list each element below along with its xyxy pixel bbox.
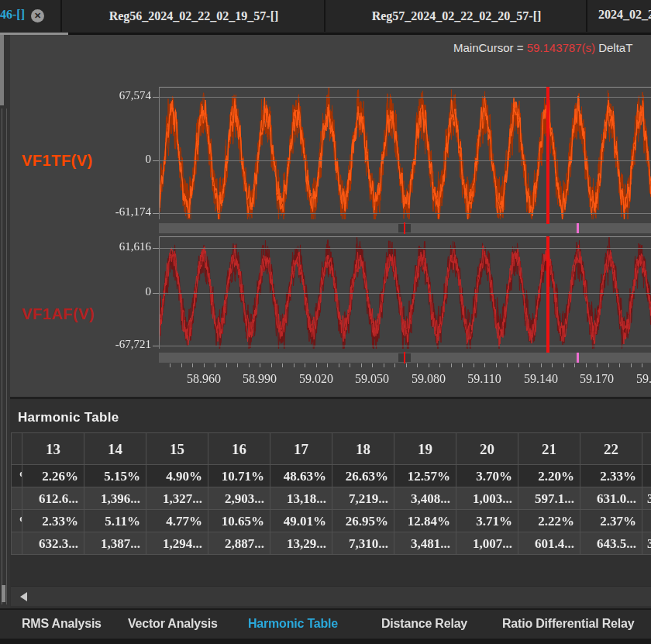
tab-reg46[interactable]: 46-[] ✕ xyxy=(0,0,60,32)
table-cell: 3,481... xyxy=(394,532,456,555)
main-cursor-readout: MainCursor = 59.143787(s) DeltaT xyxy=(453,41,632,54)
window-bottom-edge xyxy=(0,639,651,644)
harmonic-table-title: Harmonic Table xyxy=(18,410,119,425)
table-cell: 3,408... xyxy=(394,487,456,510)
tab-ratio-differential-relay[interactable]: Ratio Differential Relay xyxy=(502,617,634,631)
table-cell: 1,327... xyxy=(146,487,208,510)
table-cell: 2.37% xyxy=(580,510,642,532)
table-header-17[interactable]: 17 xyxy=(270,432,332,465)
table-cell: 13,29... xyxy=(270,532,332,555)
left-splitter-gutter[interactable] xyxy=(0,35,11,639)
table-cell: 643.5... xyxy=(580,532,642,555)
table-cell: 12.57% xyxy=(394,465,456,487)
waveform-plot-vf1af[interactable] xyxy=(159,236,651,349)
table-horizontal-scrollbar[interactable] xyxy=(11,586,651,606)
channel-label-vf1af: VF1AF(V) xyxy=(22,305,95,323)
channel-label-vf1tf: VF1TF(V) xyxy=(22,152,93,170)
table-cell: 2.33% xyxy=(580,465,642,487)
tab-distance-relay[interactable]: Distance Relay xyxy=(381,617,467,631)
table-cell: 7,219... xyxy=(332,487,394,510)
cursor-readout-prefix: MainCursor = xyxy=(453,41,527,54)
splitter-line xyxy=(2,108,2,604)
scroll-left-arrow-icon[interactable] xyxy=(20,592,27,601)
table-cell: 26.63% xyxy=(332,465,394,487)
tab-harmonic-table[interactable]: Harmonic Table xyxy=(248,617,338,631)
table-cell-clipped-right xyxy=(642,510,651,532)
table-cell: 612.6... xyxy=(22,487,84,510)
table-cell: 2.22% xyxy=(518,510,580,532)
tab-next-partial-label: 2024_02_22 xyxy=(598,8,651,22)
table-cell-clipped-right: 3 xyxy=(642,532,651,555)
harmonic-table-panel: Harmonic Table 13141516171819202122%2.26… xyxy=(10,397,651,611)
table-cell: 3.70% xyxy=(456,465,518,487)
table-cell: 1,294... xyxy=(146,532,208,555)
table-header-22[interactable]: 22 xyxy=(580,432,642,465)
tab-reg57-label: Reg57_2024_02_22_02_20_57-[] xyxy=(372,9,542,23)
table-cell: 1,007... xyxy=(456,532,518,555)
table-cell: 1,396... xyxy=(84,487,146,510)
table-cell: 631.0... xyxy=(580,487,642,510)
table-header-16[interactable]: 16 xyxy=(208,432,270,465)
analysis-tabbar: RMS Analysis Vector Analysis Harmonic Ta… xyxy=(0,608,651,640)
table-cell-clipped-left: % xyxy=(11,510,22,532)
table-cell: 26.95% xyxy=(332,510,394,532)
table-cell: 4.90% xyxy=(146,465,208,487)
waveform-plot-vf1tf[interactable] xyxy=(159,87,651,219)
tab-vector-analysis[interactable]: Vector Analysis xyxy=(128,617,218,631)
table-header-clipped-left xyxy=(11,432,22,465)
table-cell-clipped-left: % xyxy=(11,465,22,487)
document-tabbar: 46-[] ✕ Reg56_2024_02_22_02_19_57-[] Reg… xyxy=(0,0,651,35)
table-cell: 3.71% xyxy=(456,510,518,532)
table-cell: 5.11% xyxy=(84,510,146,532)
table-header-20[interactable]: 20 xyxy=(456,432,518,465)
table-cell: 4.77% xyxy=(146,510,208,532)
cursor-readout-value: 59.143787(s) xyxy=(527,41,595,54)
tab-reg46-label: 46-[] xyxy=(0,8,25,22)
table-cell: 5.15% xyxy=(84,465,146,487)
table-header-18[interactable]: 18 xyxy=(332,432,394,465)
table-cell-clipped-left: ... xyxy=(11,532,22,555)
table-cell: 597.1... xyxy=(518,487,580,510)
table-cell: 49.01% xyxy=(270,510,332,532)
table-cell: 13,18... xyxy=(270,487,332,510)
table-cell: 2.33% xyxy=(22,510,84,532)
table-cell: 2.20% xyxy=(518,465,580,487)
table-header-21[interactable]: 21 xyxy=(518,432,580,465)
tab-reg56[interactable]: Reg56_2024_02_22_02_19_57-[] xyxy=(60,0,326,32)
table-cell: 7,310... xyxy=(332,532,394,555)
tab-next-partial[interactable]: 2024_02_22 xyxy=(586,0,651,32)
table-cell: 2.26% xyxy=(22,465,84,487)
active-tab-underline xyxy=(0,33,68,35)
table-cell-clipped-right xyxy=(642,465,651,487)
splitter-line xyxy=(6,108,7,604)
table-cell: 601.4... xyxy=(518,532,580,555)
table-header-14[interactable]: 14 xyxy=(84,432,146,465)
table-cell-clipped-left: ... xyxy=(11,487,22,510)
tab-rms-analysis[interactable]: RMS Analysis xyxy=(22,617,102,631)
left-scrollbar-thumb-lower[interactable] xyxy=(2,585,5,602)
table-cell: 12.84% xyxy=(394,510,456,532)
table-cell: 2,903... xyxy=(208,487,270,510)
left-scrollbar-thumb[interactable] xyxy=(0,35,4,105)
table-header-clipped-right xyxy=(642,432,651,465)
tab-reg56-label: Reg56_2024_02_22_02_19_57-[] xyxy=(109,9,279,23)
table-cell: 632.3... xyxy=(22,532,84,555)
table-cell: 1,003... xyxy=(456,487,518,510)
table-cell: 10.71% xyxy=(208,465,270,487)
table-cell: 1,387... xyxy=(84,532,146,555)
table-cell-clipped-right: 3 xyxy=(642,487,651,510)
table-cell: 48.63% xyxy=(270,465,332,487)
wave-analysis-window: 46-[] ✕ Reg56_2024_02_22_02_19_57-[] Reg… xyxy=(0,0,651,644)
tab-reg57[interactable]: Reg57_2024_02_22_02_20_57-[] xyxy=(324,0,587,32)
table-cell: 2,887... xyxy=(208,532,270,555)
table-header-19[interactable]: 19 xyxy=(394,432,456,465)
tab-close-icon[interactable]: ✕ xyxy=(31,9,44,22)
table-header-15[interactable]: 15 xyxy=(146,432,208,465)
table-cell: 10.65% xyxy=(208,510,270,532)
table-header-13[interactable]: 13 xyxy=(22,432,84,465)
cursor-readout-suffix: DeltaT xyxy=(595,41,632,54)
